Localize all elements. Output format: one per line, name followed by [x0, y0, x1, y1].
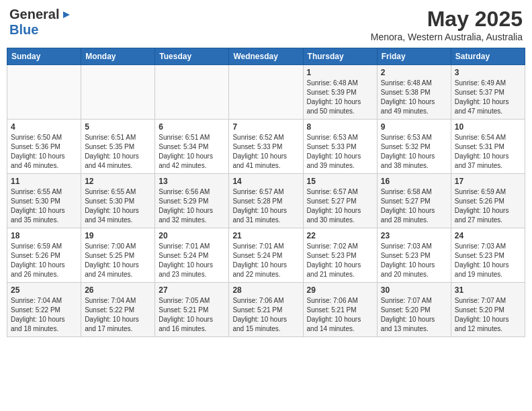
day-number: 21	[232, 231, 299, 240]
day-info: Sunrise: 6:55 AM Sunset: 5:30 PM Dayligh…	[85, 187, 151, 225]
table-row: 8Sunrise: 6:53 AM Sunset: 5:33 PM Daylig…	[303, 120, 377, 174]
table-row: 27Sunrise: 7:05 AM Sunset: 5:21 PM Dayli…	[155, 283, 229, 337]
table-row: 23Sunrise: 7:03 AM Sunset: 5:23 PM Dayli…	[377, 228, 451, 283]
table-row	[155, 65, 229, 120]
table-row: 6Sunrise: 6:51 AM Sunset: 5:34 PM Daylig…	[155, 120, 229, 174]
logo: General Blue	[9, 7, 73, 38]
table-row: 3Sunrise: 6:49 AM Sunset: 5:37 PM Daylig…	[451, 65, 525, 120]
day-number: 19	[85, 231, 151, 240]
day-info: Sunrise: 6:48 AM Sunset: 5:39 PM Dayligh…	[307, 79, 373, 116]
table-row: 11Sunrise: 6:55 AM Sunset: 5:30 PM Dayli…	[7, 174, 81, 228]
day-info: Sunrise: 6:54 AM Sunset: 5:31 PM Dayligh…	[455, 133, 521, 171]
day-info: Sunrise: 7:01 AM Sunset: 5:24 PM Dayligh…	[159, 242, 225, 279]
day-number: 23	[381, 231, 447, 240]
day-number: 30	[381, 285, 447, 295]
col-tuesday: Tuesday	[155, 48, 229, 65]
table-row: 22Sunrise: 7:02 AM Sunset: 5:23 PM Dayli…	[303, 228, 377, 283]
col-sunday: Sunday	[7, 48, 81, 65]
logo-blue-text: Blue	[9, 22, 38, 37]
calendar-week-row: 25Sunrise: 7:04 AM Sunset: 5:22 PM Dayli…	[7, 283, 525, 337]
day-info: Sunrise: 7:05 AM Sunset: 5:21 PM Dayligh…	[159, 296, 225, 334]
day-info: Sunrise: 7:07 AM Sunset: 5:20 PM Dayligh…	[455, 296, 521, 334]
table-row: 15Sunrise: 6:57 AM Sunset: 5:27 PM Dayli…	[303, 174, 377, 228]
day-number: 28	[232, 285, 299, 295]
table-row: 31Sunrise: 7:07 AM Sunset: 5:20 PM Dayli…	[451, 283, 525, 337]
day-number: 26	[85, 285, 151, 295]
day-info: Sunrise: 6:48 AM Sunset: 5:38 PM Dayligh…	[381, 79, 447, 116]
day-number: 31	[455, 285, 521, 295]
day-number: 8	[307, 122, 373, 132]
day-number: 18	[11, 231, 77, 240]
calendar-week-row: 4Sunrise: 6:50 AM Sunset: 5:36 PM Daylig…	[7, 120, 525, 174]
table-row: 28Sunrise: 7:06 AM Sunset: 5:21 PM Dayli…	[229, 283, 303, 337]
day-number: 7	[232, 122, 299, 132]
day-info: Sunrise: 7:06 AM Sunset: 5:21 PM Dayligh…	[232, 296, 299, 334]
table-row: 10Sunrise: 6:54 AM Sunset: 5:31 PM Dayli…	[451, 120, 525, 174]
day-number: 20	[159, 231, 225, 240]
day-info: Sunrise: 6:52 AM Sunset: 5:33 PM Dayligh…	[232, 133, 299, 171]
day-info: Sunrise: 6:57 AM Sunset: 5:27 PM Dayligh…	[307, 187, 373, 225]
table-row: 2Sunrise: 6:48 AM Sunset: 5:38 PM Daylig…	[377, 65, 451, 120]
day-number: 5	[85, 122, 151, 132]
day-info: Sunrise: 6:53 AM Sunset: 5:33 PM Dayligh…	[307, 133, 373, 171]
day-number: 13	[159, 177, 225, 186]
table-row: 26Sunrise: 7:04 AM Sunset: 5:22 PM Dayli…	[81, 283, 155, 337]
day-number: 15	[307, 177, 373, 186]
day-number: 4	[11, 122, 77, 132]
day-info: Sunrise: 6:51 AM Sunset: 5:34 PM Dayligh…	[159, 133, 225, 171]
table-row: 4Sunrise: 6:50 AM Sunset: 5:36 PM Daylig…	[7, 120, 81, 174]
day-info: Sunrise: 7:04 AM Sunset: 5:22 PM Dayligh…	[85, 296, 151, 334]
table-row: 29Sunrise: 7:06 AM Sunset: 5:21 PM Dayli…	[303, 283, 377, 337]
day-info: Sunrise: 6:59 AM Sunset: 5:26 PM Dayligh…	[455, 187, 521, 225]
day-number: 6	[159, 122, 225, 132]
calendar-header-row: Sunday Monday Tuesday Wednesday Thursday…	[7, 48, 525, 65]
calendar-table: Sunday Monday Tuesday Wednesday Thursday…	[7, 48, 525, 337]
day-info: Sunrise: 7:03 AM Sunset: 5:23 PM Dayligh…	[381, 242, 447, 279]
table-row: 7Sunrise: 6:52 AM Sunset: 5:33 PM Daylig…	[229, 120, 303, 174]
table-row: 17Sunrise: 6:59 AM Sunset: 5:26 PM Dayli…	[451, 174, 525, 228]
day-number: 1	[307, 68, 373, 77]
day-info: Sunrise: 7:07 AM Sunset: 5:20 PM Dayligh…	[381, 296, 447, 334]
table-row: 16Sunrise: 6:58 AM Sunset: 5:27 PM Dayli…	[377, 174, 451, 228]
day-info: Sunrise: 6:58 AM Sunset: 5:27 PM Dayligh…	[381, 187, 447, 225]
title-block: May 2025 Menora, Western Australia, Aust…	[371, 7, 523, 42]
col-monday: Monday	[81, 48, 155, 65]
day-info: Sunrise: 7:01 AM Sunset: 5:24 PM Dayligh…	[232, 242, 299, 279]
col-saturday: Saturday	[451, 48, 525, 65]
col-wednesday: Wednesday	[229, 48, 303, 65]
day-info: Sunrise: 7:00 AM Sunset: 5:25 PM Dayligh…	[85, 242, 151, 279]
day-info: Sunrise: 6:49 AM Sunset: 5:37 PM Dayligh…	[455, 79, 521, 116]
day-info: Sunrise: 6:56 AM Sunset: 5:29 PM Dayligh…	[159, 187, 225, 225]
table-row: 24Sunrise: 7:03 AM Sunset: 5:23 PM Dayli…	[451, 228, 525, 283]
day-info: Sunrise: 6:57 AM Sunset: 5:28 PM Dayligh…	[232, 187, 299, 225]
day-info: Sunrise: 6:53 AM Sunset: 5:32 PM Dayligh…	[381, 133, 447, 171]
day-number: 24	[455, 231, 521, 240]
table-row: 19Sunrise: 7:00 AM Sunset: 5:25 PM Dayli…	[81, 228, 155, 283]
month-title: May 2025	[371, 7, 523, 32]
table-row: 1Sunrise: 6:48 AM Sunset: 5:39 PM Daylig…	[303, 65, 377, 120]
day-number: 22	[307, 231, 373, 240]
table-row: 12Sunrise: 6:55 AM Sunset: 5:30 PM Dayli…	[81, 174, 155, 228]
logo-general-text: General	[9, 7, 59, 22]
table-row: 5Sunrise: 6:51 AM Sunset: 5:35 PM Daylig…	[81, 120, 155, 174]
calendar-week-row: 18Sunrise: 6:59 AM Sunset: 5:26 PM Dayli…	[7, 228, 525, 283]
day-number: 25	[11, 285, 77, 295]
day-info: Sunrise: 7:06 AM Sunset: 5:21 PM Dayligh…	[307, 296, 373, 334]
day-number: 2	[381, 68, 447, 77]
day-number: 16	[381, 177, 447, 186]
day-number: 10	[455, 122, 521, 132]
day-number: 27	[159, 285, 225, 295]
svg-marker-0	[63, 11, 70, 18]
day-number: 3	[455, 68, 521, 77]
day-number: 29	[307, 285, 373, 295]
table-row: 9Sunrise: 6:53 AM Sunset: 5:32 PM Daylig…	[377, 120, 451, 174]
day-info: Sunrise: 7:04 AM Sunset: 5:22 PM Dayligh…	[11, 296, 77, 334]
day-info: Sunrise: 6:51 AM Sunset: 5:35 PM Dayligh…	[85, 133, 151, 171]
location-title: Menora, Western Australia, Australia	[371, 32, 523, 42]
table-row: 14Sunrise: 6:57 AM Sunset: 5:28 PM Dayli…	[229, 174, 303, 228]
table-row: 21Sunrise: 7:01 AM Sunset: 5:24 PM Dayli…	[229, 228, 303, 283]
table-row: 18Sunrise: 6:59 AM Sunset: 5:26 PM Dayli…	[7, 228, 81, 283]
table-row	[7, 65, 81, 120]
table-row	[229, 65, 303, 120]
table-row	[81, 65, 155, 120]
